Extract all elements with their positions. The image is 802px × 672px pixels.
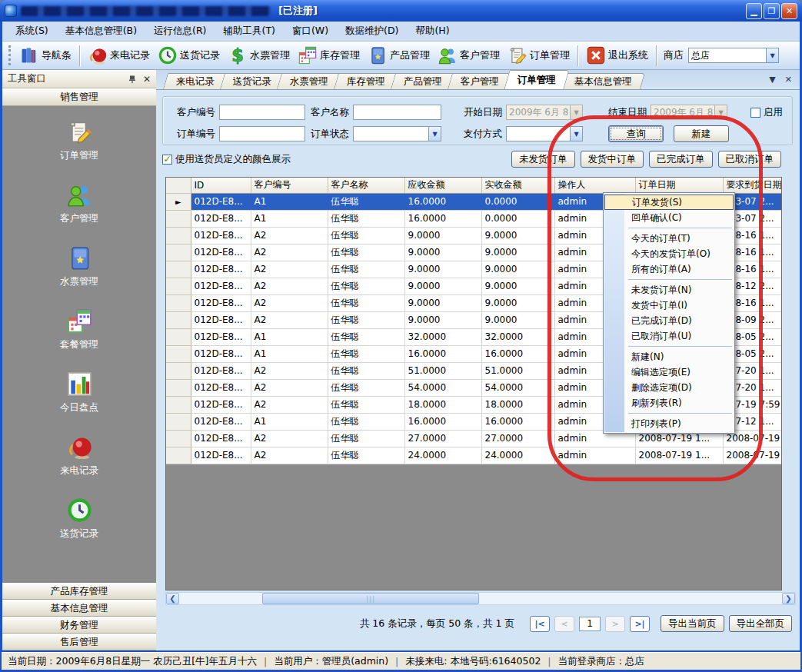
column-header[interactable]: 订单日期 [635, 178, 723, 193]
chevron-down-icon[interactable]: ▼ [570, 127, 582, 141]
last-page-button[interactable]: >| [630, 616, 650, 632]
menu-item[interactable]: 数据维护(D) [337, 22, 407, 40]
menu-item[interactable]: 窗口(W) [284, 22, 337, 40]
first-page-button[interactable]: |< [530, 616, 550, 632]
tab[interactable]: 客户管理 [448, 73, 512, 89]
column-header[interactable]: 应收金额 [404, 178, 481, 193]
row-header-cell[interactable] [166, 396, 191, 413]
column-header[interactable]: 要求到货日期 [723, 178, 781, 193]
color-display-checkbox[interactable]: ✓ [162, 155, 172, 165]
row-header-cell[interactable] [166, 278, 191, 294]
column-header[interactable]: 客户编号 [251, 178, 328, 193]
close-icon[interactable]: ✕ [785, 75, 792, 85]
sidebar-group[interactable]: 产品库存管理 [2, 583, 156, 600]
context-menu-item[interactable]: 今天的订单(T) [604, 231, 734, 246]
row-header-cell[interactable] [166, 328, 191, 345]
context-menu-item[interactable]: 刷新列表(R) [604, 395, 734, 411]
scroll-left-arrow[interactable]: ❮ [166, 593, 179, 604]
tab[interactable]: 库存管理 [334, 73, 398, 89]
column-header[interactable]: 客户名称 [328, 178, 404, 193]
row-header-cell[interactable] [166, 294, 191, 311]
next-page-button[interactable]: > [605, 616, 625, 632]
row-header-cell[interactable] [166, 447, 191, 464]
toolbar-button[interactable]: $水票管理 [224, 44, 294, 67]
context-menu-item[interactable]: 已取消订单(U) [604, 328, 734, 344]
toolbar-button[interactable]: 订单管理 [504, 44, 574, 67]
export-all-pages-button[interactable]: 导出全部页 [729, 615, 793, 632]
maximize-button[interactable]: ❐ [764, 3, 780, 19]
toolbar-grip[interactable] [8, 45, 12, 65]
column-header[interactable]: 实收金额 [481, 178, 554, 193]
toolbar-button[interactable]: 导航条 [15, 44, 75, 67]
sidebar-item[interactable]: 今日盘点 [60, 371, 98, 414]
toolbar-button[interactable]: 库存管理 [294, 44, 364, 67]
tab[interactable]: 订单管理 [504, 70, 569, 89]
end-date-picker[interactable]: 2009年 6月 8日 ▼ [651, 105, 727, 120]
context-menu-item[interactable]: 所有的订单(A) [604, 261, 734, 277]
row-header-cell[interactable] [166, 261, 191, 278]
shop-select[interactable]: 总店 ▼ [688, 48, 779, 63]
tab[interactable]: 水票管理 [277, 73, 341, 89]
status-filter-button[interactable]: 已完成订单 [649, 151, 713, 168]
column-header[interactable]: ID [191, 178, 251, 193]
toolbar-button[interactable]: 送货记录 [154, 44, 224, 67]
scroll-right-arrow[interactable]: ❯ [782, 593, 795, 604]
order-no-input[interactable] [219, 126, 305, 141]
menu-item[interactable]: 帮助(H) [407, 22, 458, 40]
export-current-page-button[interactable]: 导出当前页 [661, 615, 724, 632]
chevron-down-icon[interactable]: ▼ [766, 48, 778, 62]
horizontal-scrollbar[interactable]: ❮ ||| ❯ [165, 592, 796, 605]
row-header-cell[interactable] [166, 311, 191, 328]
context-menu-item[interactable]: 订单发货(S) [604, 195, 734, 210]
row-header-cell[interactable] [166, 379, 191, 396]
close-button[interactable]: ✕ [781, 3, 797, 19]
sidebar-item[interactable]: 套餐管理 [60, 308, 98, 351]
menu-item[interactable]: 运行信息(R) [145, 22, 215, 40]
sidebar-group-sales[interactable]: 销售管理 [2, 88, 156, 106]
scrollbar-thumb[interactable]: ||| [262, 593, 479, 604]
sidebar-item[interactable]: 送货记录 [60, 497, 98, 541]
chevron-down-icon[interactable]: ▼ [428, 127, 441, 141]
sidebar-item[interactable]: 水票管理 [60, 245, 98, 288]
enable-checkbox[interactable] [750, 108, 760, 118]
tab[interactable]: 产品管理 [391, 73, 455, 89]
table-row[interactable]: 012D-E8...A2伍华聪24.000024.0000admin2008-0… [166, 447, 781, 464]
column-header[interactable]: 操作人 [554, 178, 635, 193]
context-menu-item[interactable]: 回单确认(C) [604, 210, 734, 225]
sidebar-group[interactable]: 基本信息管理 [2, 600, 156, 617]
prev-page-button[interactable]: < [554, 616, 574, 632]
pin-icon[interactable] [128, 75, 137, 84]
toolbar-button[interactable]: 来电记录 [84, 44, 154, 67]
context-menu-item[interactable]: 今天的发货订单(O) [604, 246, 734, 261]
toolbar-button[interactable]: 产品管理 [364, 44, 434, 67]
row-header-cell[interactable]: ► [166, 193, 191, 210]
context-menu-item[interactable]: 未发货订单(N) [604, 282, 734, 298]
sidebar-group[interactable]: 售后管理 [2, 634, 156, 650]
context-menu-item[interactable]: 删除选定项(D) [604, 380, 734, 395]
tab[interactable]: 来电记录 [163, 73, 228, 89]
sidebar-item[interactable]: 来电记录 [60, 434, 98, 477]
row-header-cell[interactable] [166, 210, 191, 227]
menu-item[interactable]: 基本信息管理(B) [57, 22, 145, 40]
menu-item[interactable]: 辅助工具(T) [215, 22, 284, 40]
close-icon[interactable]: ✕ [143, 74, 151, 85]
sidebar-group[interactable]: 财务管理 [2, 617, 156, 634]
sidebar-item[interactable]: 订单管理 [60, 118, 98, 162]
row-header-cell[interactable] [166, 345, 191, 362]
sidebar-item[interactable]: 客户管理 [60, 181, 98, 225]
row-header-cell[interactable] [166, 430, 191, 447]
toolbar-button[interactable]: 退出系统 [582, 44, 652, 67]
context-menu-item[interactable]: 编辑选定项(E) [604, 364, 734, 380]
row-header-cell[interactable] [166, 413, 191, 430]
status-filter-button[interactable]: 未发货订单 [511, 151, 575, 168]
row-header-cell[interactable] [166, 244, 191, 261]
scrollbar-track[interactable]: ||| [179, 593, 782, 604]
pay-method-select[interactable]: ▼ [506, 126, 583, 141]
tab[interactable]: 送货记录 [220, 73, 285, 89]
order-status-select[interactable]: ▼ [353, 126, 441, 141]
row-header-cell[interactable] [166, 227, 191, 244]
context-menu-item[interactable]: 已完成订单(D) [604, 313, 734, 328]
context-menu-item[interactable]: 新建(N) [604, 349, 734, 364]
customer-name-input[interactable] [353, 105, 441, 120]
status-filter-button[interactable]: 发货中订单 [581, 151, 644, 168]
